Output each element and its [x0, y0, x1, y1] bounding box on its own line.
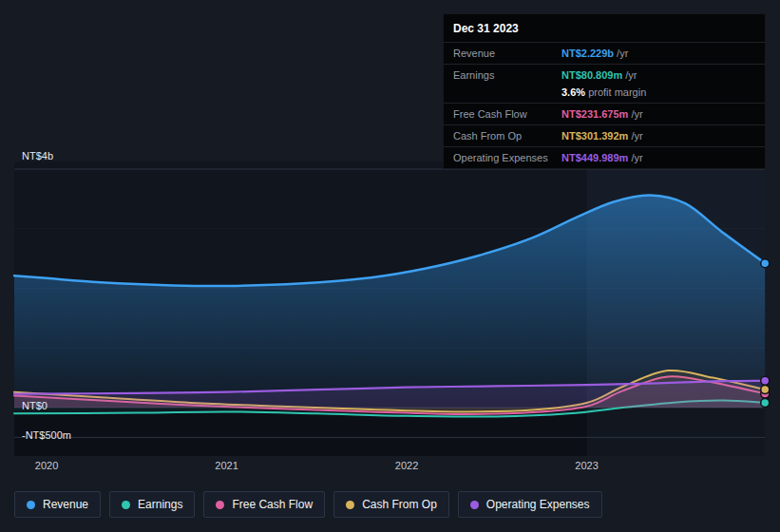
legend-label: Operating Expenses	[486, 498, 590, 511]
tooltip-row-profit-margin: 3.6% profit margin	[444, 86, 765, 103]
tooltip-row-value: NT$231.675m /yr	[561, 107, 755, 121]
legend-dot-free-cash-flow	[216, 501, 224, 509]
legend-item-cash-from-op[interactable]: Cash From Op	[333, 491, 449, 518]
tooltip-row-operating-expenses: Operating ExpensesNT$449.989m /yr	[444, 146, 765, 168]
chart-legend: RevenueEarningsFree Cash FlowCash From O…	[14, 491, 602, 518]
x-axis-label-2020: 2020	[35, 460, 58, 471]
tooltip-row-revenue: RevenueNT$2.229b /yr	[444, 42, 765, 64]
tooltip-rows: RevenueNT$2.229b /yrEarningsNT$80.809m /…	[444, 42, 765, 168]
legend-item-revenue[interactable]: Revenue	[14, 491, 101, 518]
x-axis-label-2021: 2021	[215, 460, 238, 471]
tooltip-date: Dec 31 2023	[444, 14, 765, 42]
earnings-revenue-history-chart: NT$4bNT$0-NT$500m 2020202120222023 Dec 3…	[0, 0, 780, 532]
x-axis-label-2023: 2023	[575, 460, 598, 471]
series-end-marker-operating-expenses	[761, 376, 770, 385]
legend-dot-earnings	[122, 501, 130, 509]
tooltip-row-value: NT$301.392m /yr	[561, 129, 755, 142]
legend-label: Free Cash Flow	[232, 498, 313, 511]
tooltip-row-value: NT$449.989m /yr	[561, 151, 755, 164]
x-axis-label-2022: 2022	[395, 460, 418, 471]
tooltip-row-value: NT$80.809m /yr	[561, 68, 755, 82]
series-end-marker-cash-from-op	[761, 386, 770, 394]
tooltip-row-cash-from-op: Cash From OpNT$301.392m /yr	[444, 124, 765, 146]
legend-dot-operating-expenses	[470, 501, 479, 509]
y-axis-label: NT$4b	[22, 150, 53, 162]
tooltip-row-free-cash-flow: Free Cash FlowNT$231.675m /yr	[444, 103, 765, 124]
tooltip-row-label: Cash From Op	[453, 129, 561, 142]
legend-item-free-cash-flow[interactable]: Free Cash Flow	[203, 491, 325, 518]
legend-item-operating-expenses[interactable]: Operating Expenses	[458, 491, 602, 518]
chart-tooltip: Dec 31 2023 RevenueNT$2.229b /yrEarnings…	[443, 13, 766, 169]
tooltip-row-earnings: EarningsNT$80.809m /yr	[444, 64, 765, 86]
legend-label: Revenue	[43, 498, 88, 511]
tooltip-row-label: Operating Expenses	[453, 151, 561, 164]
y-axis-label: NT$0	[22, 400, 48, 411]
tooltip-row-label: Revenue	[453, 47, 561, 60]
legend-dot-revenue	[27, 501, 35, 509]
tooltip-row-label: Earnings	[453, 68, 561, 82]
legend-item-earnings[interactable]: Earnings	[109, 491, 195, 518]
tooltip-row-value: NT$2.229b /yr	[561, 47, 755, 60]
tooltip-row-label: Free Cash Flow	[453, 107, 561, 121]
legend-dot-cash-from-op	[346, 501, 354, 509]
series-end-marker-revenue	[761, 259, 770, 268]
y-axis-label: -NT$500m	[22, 429, 71, 441]
legend-label: Cash From Op	[362, 498, 437, 511]
series-end-marker-earnings	[761, 398, 770, 407]
legend-label: Earnings	[138, 498, 182, 511]
